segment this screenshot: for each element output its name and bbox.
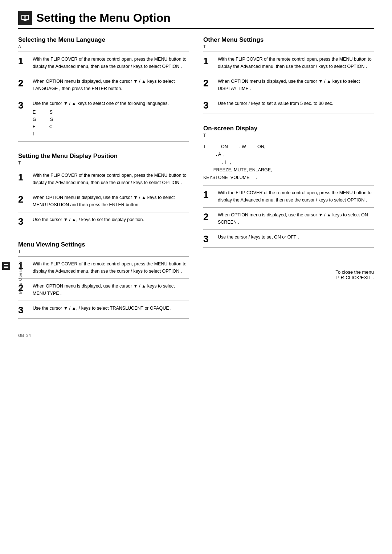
step-content: Use the cursor / keys to set a value fro… bbox=[218, 100, 374, 107]
svg-point-6 bbox=[25, 17, 26, 18]
step-number: 3 bbox=[203, 233, 213, 244]
step-3-other: 3 Use the cursor / keys to set a value f… bbox=[203, 96, 374, 114]
step-number: 2 bbox=[18, 78, 28, 88]
footer-note-text2: P R-CLICK/EXIT . bbox=[203, 275, 374, 280]
step-number: 3 bbox=[18, 216, 28, 226]
section-title-viewing: Menu Viewing Settings bbox=[18, 241, 189, 248]
step-content: Use the cursor ▼ / ▲ keys to select one … bbox=[33, 100, 189, 138]
lang-5: F C bbox=[33, 123, 107, 130]
step-number: 1 bbox=[203, 189, 213, 199]
lang-6 bbox=[114, 123, 189, 130]
section-other-menu: Other Menu Settings T 1 With the FLIP CO… bbox=[203, 36, 374, 114]
step-content: When OPTION menu is displayed, use the c… bbox=[218, 78, 374, 92]
lang-4 bbox=[114, 116, 189, 123]
sidebar-icon-box bbox=[2, 262, 10, 270]
section-menu-display-position: Setting the Menu Display Position T 1 Wi… bbox=[18, 152, 189, 230]
step-content: When OPTION menu is displayed, use the c… bbox=[33, 194, 189, 208]
step-number: 2 bbox=[203, 211, 213, 221]
lang-1: E S bbox=[33, 109, 107, 116]
step-2-viewing: 2 When OPTION menu is displayed, use the… bbox=[18, 279, 189, 301]
step-3-osd: 3 Use the cursor / keys to set ON or OFF… bbox=[203, 230, 374, 248]
section-title-osd: On-screen Display bbox=[203, 125, 374, 132]
step-2-language: 2 When OPTION menu is displayed, use the… bbox=[18, 74, 189, 96]
section-subtitle-other: T bbox=[203, 44, 374, 49]
main-content: Selecting the Menu Language A 1 With the… bbox=[18, 36, 374, 330]
section-menu-viewing: Menu Viewing Settings T 1 With the FLIP … bbox=[18, 241, 189, 319]
section-on-screen-display: On-screen Display T T ON . W ON, . A , .… bbox=[203, 125, 374, 248]
lang-2 bbox=[114, 109, 189, 116]
step-content: With the FLIP COVER of the remote contro… bbox=[33, 260, 189, 275]
step-content: With the FLIP COVER of the remote contro… bbox=[33, 56, 189, 70]
step-content: Use the cursor ▼ / ▲, / keys to set the … bbox=[33, 216, 189, 223]
step-3-language: 3 Use the cursor ▼ / ▲ keys to select on… bbox=[18, 96, 189, 142]
step-number: 1 bbox=[18, 56, 28, 66]
sidebar-label: Menu Operation bbox=[18, 260, 23, 294]
step-content: With the FLIP COVER of the remote contro… bbox=[33, 172, 189, 186]
step-2-osd: 2 When OPTION menu is displayed, use the… bbox=[203, 208, 374, 230]
step-3-viewing: 3 Use the cursor ▼ / ▲, / keys to select… bbox=[18, 301, 189, 319]
svg-rect-1 bbox=[4, 266, 8, 266]
step-1-position: 1 With the FLIP COVER of the remote cont… bbox=[18, 168, 189, 190]
step-1-other: 1 With the FLIP COVER of the remote cont… bbox=[203, 52, 374, 74]
page-header: Setting the Menu Option bbox=[18, 11, 374, 29]
step-1-viewing: 1 With the FLIP COVER of the remote cont… bbox=[18, 257, 189, 279]
step-number: 1 bbox=[18, 172, 28, 182]
svg-rect-2 bbox=[4, 267, 8, 268]
section-title-language: Selecting the Menu Language bbox=[18, 36, 189, 44]
lang-7: I bbox=[33, 130, 107, 138]
step-number: 3 bbox=[18, 100, 28, 110]
step-content: With the FLIP COVER of the remote contro… bbox=[218, 189, 374, 204]
right-column: Other Menu Settings T 1 With the FLIP CO… bbox=[203, 36, 374, 330]
step-content: Use the cursor / keys to set ON or OFF . bbox=[218, 233, 374, 241]
footer-note-text: To close the menu bbox=[203, 269, 374, 275]
section-title-position: Setting the Menu Display Position bbox=[18, 152, 189, 160]
section-selecting-menu-language: Selecting the Menu Language A 1 With the… bbox=[18, 36, 189, 142]
lang-3: G S bbox=[33, 116, 107, 123]
step-2-position: 2 When OPTION menu is displayed, use the… bbox=[18, 190, 189, 212]
step-content: With the FLIP COVER of the remote contro… bbox=[218, 56, 374, 70]
step-1-language: 1 With the FLIP COVER of the remote cont… bbox=[18, 52, 189, 74]
section-subtitle-viewing: T bbox=[18, 249, 189, 254]
step-content: When OPTION menu is displayed, use the c… bbox=[33, 78, 189, 92]
section-title-other: Other Menu Settings bbox=[203, 36, 374, 44]
section-subtitle-osd: T bbox=[203, 133, 374, 138]
step-content: When OPTION menu is displayed, use the c… bbox=[218, 211, 374, 226]
osd-description: T ON . W ON, . A , . I , FREEZE, MUTE, E… bbox=[203, 140, 374, 186]
step-number: 2 bbox=[203, 78, 213, 88]
step-content: When OPTION menu is displayed, use the c… bbox=[33, 282, 189, 297]
step-number: 3 bbox=[203, 100, 213, 110]
step-number: 2 bbox=[18, 194, 28, 204]
header-icon bbox=[18, 11, 32, 25]
footer-note: To close the menu P R-CLICK/EXIT . bbox=[203, 269, 374, 280]
language-grid: E S G S F C I bbox=[33, 109, 189, 138]
step-2-other: 2 When OPTION menu is displayed, use the… bbox=[203, 74, 374, 96]
step-number: 3 bbox=[18, 305, 28, 315]
step-number: 1 bbox=[203, 56, 213, 66]
page-number: GB -34 bbox=[18, 333, 374, 338]
step-1-osd: 1 With the FLIP COVER of the remote cont… bbox=[203, 186, 374, 208]
left-column: Selecting the Menu Language A 1 With the… bbox=[18, 36, 189, 330]
step-3-position: 3 Use the cursor ▼ / ▲, / keys to set th… bbox=[18, 212, 189, 230]
svg-rect-0 bbox=[4, 264, 8, 265]
section-subtitle-language: A bbox=[18, 44, 189, 49]
section-subtitle-position: T bbox=[18, 160, 189, 166]
page-title: Setting the Menu Option bbox=[36, 11, 171, 25]
step-content: Use the cursor ▼ / ▲, / keys to select T… bbox=[33, 305, 189, 312]
svg-rect-7 bbox=[24, 20, 26, 21]
lang-8 bbox=[114, 130, 189, 138]
